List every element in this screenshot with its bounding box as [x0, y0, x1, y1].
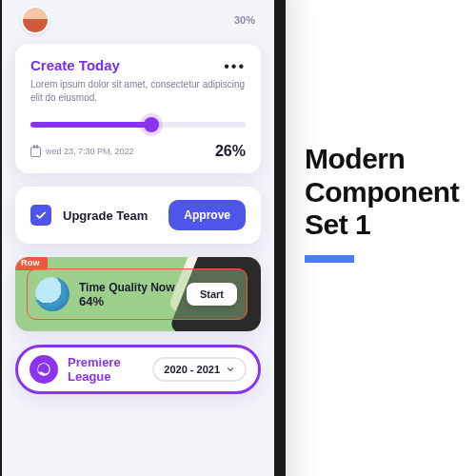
start-button[interactable]: Start [187, 283, 237, 306]
upgrade-card: Upgrade Team Approve [15, 187, 261, 244]
time-quality-card: Row Time Quality Now 64% Start [15, 257, 261, 331]
slider-fill [30, 122, 151, 128]
phone-frame: 30% Create Today ••• Lorem ipsum dolor s… [0, 0, 286, 476]
slider-track [30, 122, 246, 128]
chevron-down-icon [226, 365, 235, 374]
create-desc: Lorem ipsum dolor sit amet, consectetur … [30, 78, 246, 105]
date-text: wed 23, 7:30 PM, 2022 [46, 147, 134, 156]
more-icon[interactable]: ••• [224, 57, 246, 74]
promo-heading-block: Modern Component Set 1 [305, 143, 476, 263]
app-screen: 30% Create Today ••• Lorem ipsum dolor s… [2, 0, 274, 476]
season-value: 2020 - 2021 [164, 364, 220, 375]
create-pct: 26% [215, 143, 246, 160]
create-today-card: Create Today ••• Lorem ipsum dolor sit a… [15, 44, 261, 173]
league-card: Premiere League 2020 - 2021 [15, 345, 261, 394]
upgrade-label: Upgrade Team [63, 208, 157, 223]
league-title: Premiere League [68, 355, 143, 384]
slider-thumb[interactable] [144, 117, 159, 132]
globe-icon [35, 277, 69, 311]
time-inner: Time Quality Now 64% Start [27, 268, 248, 320]
topbar: 30% [15, 6, 261, 44]
heading-line-1: Modern [305, 143, 476, 176]
progress-slider[interactable] [30, 118, 246, 131]
upgrade-checkbox[interactable] [30, 205, 51, 226]
heading-line-3: Set 1 [305, 208, 476, 242]
avatar[interactable] [21, 6, 50, 34]
league-badge-icon [30, 355, 58, 384]
top-progress-pct: 30% [234, 14, 255, 26]
create-title: Create Today [30, 57, 120, 73]
calendar-icon [30, 147, 41, 157]
phone-mock: 30% Create Today ••• Lorem ipsum dolor s… [0, 0, 286, 476]
time-pct: 64% [79, 294, 177, 308]
approve-button[interactable]: Approve [169, 200, 246, 230]
date-row: wed 23, 7:30 PM, 2022 [30, 147, 134, 157]
heading-line-2: Component [305, 176, 476, 209]
check-icon [34, 208, 48, 222]
season-dropdown[interactable]: 2020 - 2021 [152, 357, 247, 382]
heading-underline [305, 255, 354, 263]
time-title: Time Quality Now [79, 281, 177, 294]
